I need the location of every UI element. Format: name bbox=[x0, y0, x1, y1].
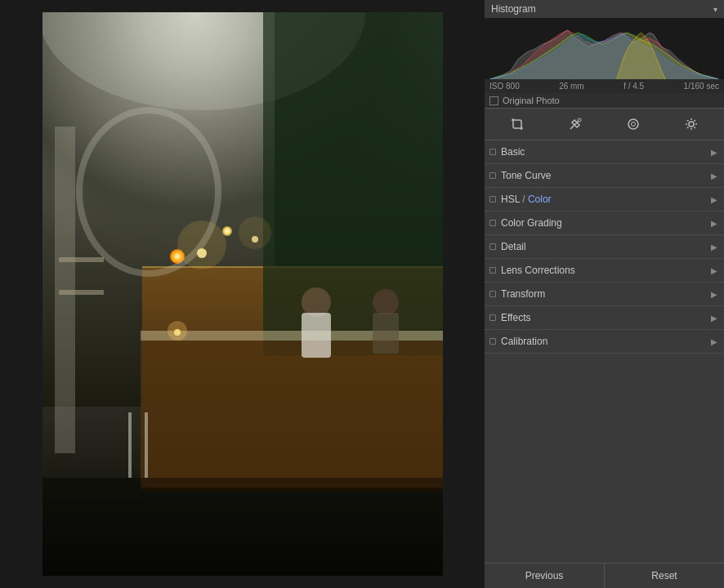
scene-svg bbox=[42, 12, 443, 576]
original-photo-checkbox[interactable] bbox=[489, 96, 498, 105]
panel-detail-name: Detail bbox=[501, 241, 526, 252]
shutter-value: 1/160 sec bbox=[684, 82, 719, 91]
panel-hsl-chevron-icon: ▶ bbox=[711, 195, 717, 204]
aperture-value: f / 4.5 bbox=[623, 82, 644, 91]
right-panel: Histogram ▾ ISO 800 26 mm f / 4. bbox=[485, 0, 724, 588]
panel-color-grading-name: Color Grading bbox=[501, 217, 562, 229]
panel-detail-chevron-icon: ▶ bbox=[711, 243, 717, 252]
svg-point-11 bbox=[174, 329, 181, 336]
panel-detail-left: Detail bbox=[489, 241, 526, 252]
svg-rect-18 bbox=[59, 257, 104, 262]
panel-effects-dot bbox=[489, 314, 496, 321]
photo-container bbox=[42, 12, 443, 576]
radial-tool-icon[interactable] bbox=[621, 114, 646, 135]
svg-point-24 bbox=[632, 122, 636, 127]
svg-rect-3 bbox=[263, 12, 443, 355]
panel-item-lens-corrections[interactable]: Lens Corrections ▶ bbox=[485, 259, 724, 283]
panel-item-calibration[interactable]: Calibration ▶ bbox=[485, 330, 724, 354]
panel-item-effects[interactable]: Effects ▶ bbox=[485, 306, 724, 330]
main-image-area bbox=[0, 0, 485, 588]
panel-item-detail[interactable]: Detail ▶ bbox=[485, 235, 724, 259]
panel-calibration-name: Calibration bbox=[501, 336, 547, 347]
svg-rect-13 bbox=[302, 313, 331, 358]
panel-transform-left: Transform bbox=[489, 288, 545, 300]
histogram-chevron-icon[interactable]: ▾ bbox=[713, 5, 717, 14]
healing-tool-icon[interactable] bbox=[563, 114, 588, 135]
original-photo-label: Original Photo bbox=[503, 96, 560, 105]
panel-color-grading-left: Color Grading bbox=[489, 217, 562, 229]
panel-item-basic[interactable]: Basic ▶ bbox=[485, 140, 724, 164]
svg-point-14 bbox=[373, 289, 399, 315]
panel-color-grading-dot bbox=[489, 220, 496, 226]
panel-basic-chevron-icon: ▶ bbox=[711, 148, 717, 157]
panel-hsl-dot bbox=[489, 196, 496, 203]
previous-button[interactable]: Previous bbox=[485, 564, 605, 588]
tools-row bbox=[485, 109, 724, 140]
panel-effects-name: Effects bbox=[501, 312, 530, 323]
panel-item-hsl[interactable]: HSL / Color ▶ bbox=[485, 188, 724, 212]
panel-lens-chevron-icon: ▶ bbox=[711, 266, 717, 275]
histogram-graph bbox=[485, 18, 724, 79]
panel-lens-name: Lens Corrections bbox=[501, 265, 575, 276]
panel-detail-dot bbox=[489, 243, 496, 250]
panel-tone-curve-chevron-icon: ▶ bbox=[711, 172, 717, 180]
panel-effects-chevron-icon: ▶ bbox=[711, 314, 717, 323]
panel-transform-name: Transform bbox=[501, 288, 545, 300]
panel-transform-dot bbox=[489, 291, 496, 297]
bottom-bar: Previous Reset bbox=[485, 563, 724, 588]
svg-rect-15 bbox=[373, 313, 399, 354]
svg-rect-20 bbox=[42, 478, 443, 576]
svg-point-25 bbox=[689, 122, 694, 127]
svg-rect-17 bbox=[145, 412, 148, 478]
panel-basic-name: Basic bbox=[501, 146, 525, 158]
histogram-svg bbox=[485, 18, 724, 79]
panel-color-grading-chevron-icon: ▶ bbox=[711, 219, 717, 228]
panel-lens-dot bbox=[489, 267, 496, 274]
panel-calibration-dot bbox=[489, 338, 496, 345]
histogram-info: ISO 800 26 mm f / 4.5 1/160 sec bbox=[485, 79, 724, 93]
svg-point-6 bbox=[177, 220, 226, 270]
panels-list: Basic ▶ Tone Curve ▶ HSL / Color ▶ Color… bbox=[485, 140, 724, 563]
panel-tone-curve-name: Tone Curve bbox=[501, 170, 551, 181]
histogram-title: Histogram bbox=[491, 3, 536, 15]
panel-basic-dot bbox=[489, 149, 496, 155]
reset-button[interactable]: Reset bbox=[605, 564, 724, 588]
svg-rect-19 bbox=[59, 290, 104, 295]
panel-tone-curve-left: Tone Curve bbox=[489, 170, 551, 181]
panel-item-transform[interactable]: Transform ▶ bbox=[485, 283, 724, 306]
focal-value: 26 mm bbox=[559, 82, 584, 91]
panel-calibration-left: Calibration bbox=[489, 336, 547, 347]
histogram-section: Histogram ▾ ISO 800 26 mm f / 4. bbox=[485, 0, 724, 109]
svg-point-9 bbox=[252, 236, 258, 243]
panel-calibration-chevron-icon: ▶ bbox=[711, 337, 717, 346]
photo-scene bbox=[42, 12, 443, 576]
panel-item-tone-curve[interactable]: Tone Curve ▶ bbox=[485, 164, 724, 188]
panel-hsl-name: HSL / Color bbox=[501, 194, 552, 205]
panel-effects-left: Effects bbox=[489, 312, 530, 323]
original-photo-row: Original Photo bbox=[485, 93, 724, 108]
histogram-header: Histogram ▾ bbox=[485, 0, 724, 18]
svg-point-12 bbox=[302, 287, 331, 317]
svg-point-22 bbox=[578, 118, 581, 122]
svg-point-8 bbox=[239, 216, 271, 249]
svg-point-7 bbox=[197, 248, 207, 258]
panel-basic-left: Basic bbox=[489, 146, 525, 158]
crop-tool-icon[interactable] bbox=[505, 114, 530, 135]
settings-tool-icon[interactable] bbox=[679, 114, 704, 135]
svg-rect-5 bbox=[141, 341, 443, 488]
panel-lens-left: Lens Corrections bbox=[489, 265, 575, 276]
iso-value: ISO 800 bbox=[489, 82, 520, 91]
panel-transform-chevron-icon: ▶ bbox=[711, 290, 717, 299]
svg-rect-16 bbox=[128, 412, 132, 478]
panel-hsl-left: HSL / Color bbox=[489, 194, 552, 205]
svg-point-23 bbox=[628, 119, 638, 129]
panel-item-color-grading[interactable]: Color Grading ▶ bbox=[485, 212, 724, 235]
panel-tone-curve-dot bbox=[489, 172, 496, 179]
